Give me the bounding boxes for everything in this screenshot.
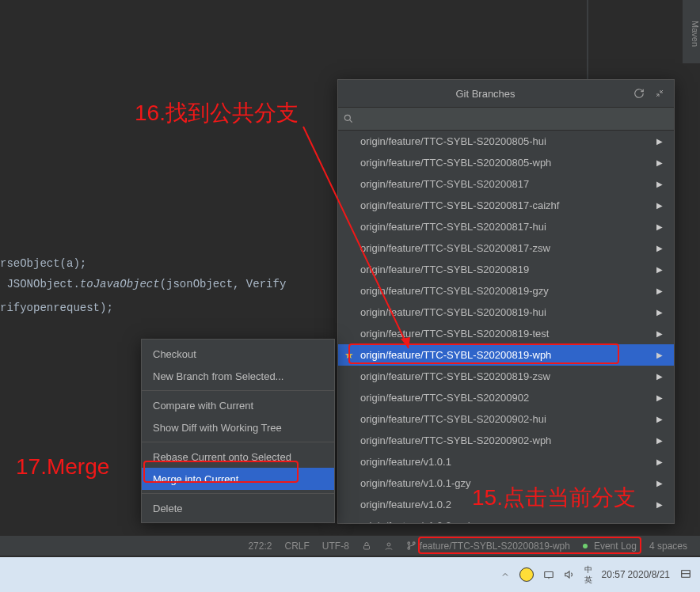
- menu-item[interactable]: Show Diff with Working Tree: [142, 416, 334, 438]
- branch-label: origin/feature/v1.0.2: [360, 499, 451, 510]
- branch-label: origin/feature/v1.0.1: [360, 456, 451, 468]
- tray-network-icon[interactable]: [543, 569, 554, 580]
- branch-label: origin/feature/v1.0.1-gzy: [360, 477, 470, 489]
- tray-volume-icon[interactable]: [564, 569, 575, 580]
- branches-search-input[interactable]: [359, 113, 669, 125]
- branch-label: origin/feature/TTC-SYBL-S20200819-zsw: [360, 370, 550, 382]
- branch-label: origin/feature/TTC-SYBL-S20200805-hui: [360, 135, 546, 147]
- menu-item[interactable]: Checkout: [142, 343, 334, 365]
- menu-item[interactable]: Compare with Current: [142, 394, 334, 416]
- submenu-arrow-icon: ▶: [656, 287, 663, 295]
- branch-item[interactable]: origin/feature/TTC-SYBL-S20200805-wph▶: [338, 152, 674, 173]
- tray-ime[interactable]: 中 英: [584, 566, 592, 584]
- menu-item[interactable]: Merge into Current: [142, 468, 334, 490]
- branch-context-menu: CheckoutNew Branch from Selected...Compa…: [141, 339, 335, 523]
- event-log[interactable]: Event Log: [576, 541, 643, 552]
- inspections-icon[interactable]: [378, 541, 400, 551]
- branch-item[interactable]: origin/feature/TTC-SYBL-S20200817-zsw▶: [338, 237, 674, 259]
- git-branch-status[interactable]: feature/TTC-SYBL-S20200819-wph: [400, 541, 576, 552]
- system-tray: 中 英 20:57 2020/8/21: [500, 566, 692, 584]
- submenu-arrow-icon: ▶: [656, 244, 663, 252]
- star-icon: ★: [344, 349, 354, 361]
- branches-search[interactable]: [338, 107, 674, 131]
- branch-label: origin/feature/TTC-SYBL-S20200819: [360, 264, 529, 275]
- menu-item[interactable]: Delete: [142, 497, 334, 519]
- branch-label: origin/feature/TTC-SYBL-S20200902-hui: [360, 413, 546, 425]
- branch-item[interactable]: origin/feature/v1.0.1-gzy▶: [338, 472, 674, 494]
- submenu-arrow-icon: ▶: [656, 137, 663, 146]
- menu-item[interactable]: Rebase Current onto Selected: [142, 446, 334, 468]
- branch-item[interactable]: origin/feature/v1.0.2▶: [338, 494, 674, 515]
- branch-label: origin/feature/TTC-SYBL-S20200817-hui: [360, 221, 546, 233]
- branch-label: origin/feature/TTC-SYBL-S20200817: [360, 178, 529, 190]
- branch-label: origin/feature/v1.0.2-wph: [360, 520, 474, 523]
- svg-point-5: [408, 547, 410, 549]
- submenu-arrow-icon: ▶: [656, 457, 663, 466]
- branch-item[interactable]: origin/feature/v1.0.1▶: [338, 451, 674, 472]
- popup-title: Git Branches: [344, 88, 626, 100]
- submenu-arrow-icon: ▶: [656, 201, 663, 210]
- search-icon: [343, 113, 354, 124]
- submenu-arrow-icon: ▶: [656, 180, 663, 188]
- indent-setting[interactable]: 4 spaces: [643, 541, 694, 552]
- branch-item[interactable]: origin/feature/v1.0.2-wph▶: [338, 515, 674, 523]
- submenu-arrow-icon: ▶: [656, 522, 663, 523]
- svg-point-3: [387, 543, 390, 546]
- submenu-arrow-icon: ▶: [656, 436, 663, 445]
- branch-item[interactable]: origin/feature/TTC-SYBL-S20200902-hui▶: [338, 408, 674, 430]
- menu-item[interactable]: New Branch from Selected...: [142, 365, 334, 387]
- branch-item[interactable]: origin/feature/TTC-SYBL-S20200902-wph▶: [338, 430, 674, 451]
- lock-icon[interactable]: [356, 541, 378, 551]
- submenu-arrow-icon: ▶: [656, 265, 663, 274]
- branch-item[interactable]: origin/feature/TTC-SYBL-S20200817▶: [338, 173, 674, 195]
- submenu-arrow-icon: ▶: [656, 393, 663, 402]
- branch-label: origin/feature/TTC-SYBL-S20200817-caizhf: [360, 199, 559, 211]
- file-encoding[interactable]: UTF-8: [316, 541, 356, 552]
- submenu-arrow-icon: ▶: [656, 222, 663, 231]
- side-panel-maven[interactable]: Maven: [683, 0, 700, 63]
- submenu-arrow-icon: ▶: [656, 351, 663, 359]
- git-branches-popup: Git Branches origin/feature/TTC-SYBL-S20…: [337, 79, 675, 524]
- branch-label: origin/feature/TTC-SYBL-S20200805-wph: [360, 157, 551, 169]
- collapse-icon[interactable]: [652, 85, 668, 101]
- branch-label: origin/feature/TTC-SYBL-S20200819-hui: [360, 306, 546, 318]
- refresh-icon[interactable]: [631, 85, 647, 101]
- submenu-arrow-icon: ▶: [656, 500, 663, 509]
- submenu-arrow-icon: ▶: [656, 479, 663, 488]
- branch-item[interactable]: origin/feature/TTC-SYBL-S20200819▶: [338, 259, 674, 280]
- ide-status-bar: 272:2 CRLF UTF-8 feature/TTC-SYBL-S20200…: [0, 535, 700, 556]
- tray-clock[interactable]: 20:57 2020/8/21: [602, 569, 670, 580]
- git-branch-name: feature/TTC-SYBL-S20200819-wph: [420, 541, 570, 552]
- svg-rect-2: [363, 545, 369, 549]
- branch-label: origin/feature/TTC-SYBL-S20200817-zsw: [360, 242, 550, 254]
- tray-qq-icon[interactable]: [519, 567, 534, 582]
- branch-item[interactable]: origin/feature/TTC-SYBL-S20200819-gzy▶: [338, 280, 674, 302]
- menu-separator: [142, 442, 334, 442]
- branches-list[interactable]: origin/feature/TTC-SYBL-S20200805-hui▶or…: [338, 131, 674, 523]
- branch-item[interactable]: origin/feature/TTC-SYBL-S20200819-hui▶: [338, 302, 674, 323]
- svg-rect-9: [544, 572, 553, 578]
- event-log-dot: [583, 544, 588, 548]
- branch-item[interactable]: origin/feature/TTC-SYBL-S20200819-zsw▶: [338, 366, 674, 387]
- branch-item[interactable]: origin/feature/TTC-SYBL-S20200902▶: [338, 387, 674, 408]
- svg-marker-11: [565, 571, 569, 578]
- branch-item[interactable]: ★origin/feature/TTC-SYBL-S20200819-wph▶: [338, 344, 674, 366]
- popup-titlebar: Git Branches: [338, 80, 674, 107]
- tray-chevron-icon[interactable]: [500, 570, 510, 579]
- menu-separator: [142, 390, 334, 391]
- submenu-arrow-icon: ▶: [656, 329, 663, 338]
- branch-item[interactable]: origin/feature/TTC-SYBL-S20200819-test▶: [338, 323, 674, 344]
- menu-separator: [142, 493, 334, 494]
- branch-item[interactable]: origin/feature/TTC-SYBL-S20200817-caizhf…: [338, 195, 674, 216]
- branch-label: origin/feature/TTC-SYBL-S20200819-test: [360, 328, 549, 340]
- svg-point-0: [344, 115, 350, 120]
- branch-item[interactable]: origin/feature/TTC-SYBL-S20200805-hui▶: [338, 131, 674, 152]
- branch-label: origin/feature/TTC-SYBL-S20200819-gzy: [360, 285, 549, 297]
- svg-line-1: [349, 120, 352, 122]
- branch-label: origin/feature/TTC-SYBL-S20200902-wph: [360, 435, 551, 446]
- tray-notification-icon[interactable]: [679, 568, 692, 581]
- line-ending[interactable]: CRLF: [278, 541, 315, 552]
- branch-item[interactable]: origin/feature/TTC-SYBL-S20200817-hui▶: [338, 216, 674, 237]
- branch-icon: [406, 541, 417, 551]
- caret-position[interactable]: 272:2: [242, 541, 278, 552]
